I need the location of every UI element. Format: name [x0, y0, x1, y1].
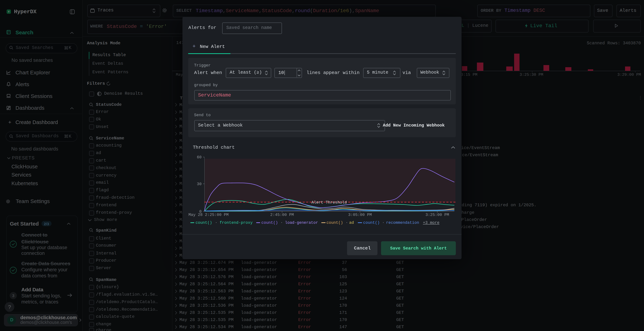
svg-text:3:05:00 PM: 3:05:00 PM — [348, 213, 372, 217]
svg-text:Alert Threshold: Alert Threshold — [312, 200, 347, 205]
svg-text:30: 30 — [197, 182, 202, 186]
svg-text:2:45:00 PM: 2:45:00 PM — [270, 213, 294, 217]
svg-text:3:25:00 PM: 3:25:00 PM — [426, 213, 449, 217]
svg-text:May 28 2:25:00 PM: May 28 2:25:00 PM — [188, 213, 228, 217]
svg-text:60: 60 — [197, 155, 202, 160]
